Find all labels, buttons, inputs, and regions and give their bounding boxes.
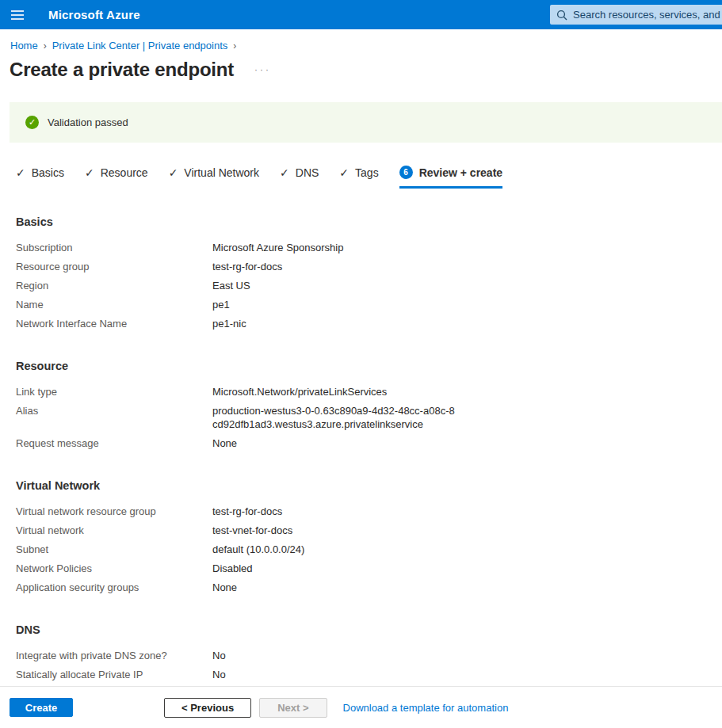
field-value: pe1-nic: [212, 317, 246, 330]
section-dns: DNSIntegrate with private DNS zone?NoSta…: [16, 623, 722, 684]
page-header: Create a private endpoint ···: [10, 59, 722, 81]
create-button[interactable]: Create: [10, 698, 73, 717]
checkmark-icon: ✓: [16, 166, 25, 179]
field-label: Name: [16, 298, 212, 311]
section-basics: BasicsSubscriptionMicrosoft Azure Sponso…: [16, 215, 722, 333]
hamburger-menu-icon[interactable]: [0, 0, 35, 29]
field-value: Microsoft.Network/privateLinkServices: [212, 385, 387, 398]
app-title: Microsoft Azure: [48, 8, 140, 21]
field-row-network-interface-name: Network Interface Namepe1-nic: [16, 314, 722, 333]
field-row-subscription: SubscriptionMicrosoft Azure Sponsorship: [16, 238, 722, 257]
field-row-statically-allocate-private-ip: Statically allocate Private IPNo: [16, 665, 722, 684]
tab-label: DNS: [296, 166, 319, 179]
field-row-virtual-network: Virtual networktest-vnet-for-docs: [16, 520, 722, 539]
field-value: test-rg-for-docs: [212, 505, 282, 518]
page-title: Create a private endpoint: [10, 59, 234, 81]
next-button: Next >: [259, 698, 327, 718]
field-value: None: [212, 436, 237, 450]
tab-label: Resource: [101, 166, 148, 179]
breadcrumb-separator: ›: [233, 40, 236, 51]
validation-message: Validation passed: [48, 116, 128, 128]
field-label: Subscription: [16, 241, 212, 254]
field-label: Statically allocate Private IP: [16, 668, 212, 681]
field-value: default (10.0.0.0/24): [212, 543, 304, 556]
global-search[interactable]: [550, 5, 722, 25]
field-row-region: RegionEast US: [16, 276, 722, 295]
section-title: Resource: [16, 360, 722, 372]
field-value: East US: [212, 279, 250, 292]
tab-label: Review + create: [419, 166, 502, 179]
check-circle-icon: ✓: [25, 116, 39, 129]
previous-button[interactable]: < Previous: [164, 698, 251, 718]
field-label: Request message: [16, 436, 212, 450]
field-label: Network Policies: [16, 562, 212, 575]
topbar: Microsoft Azure: [0, 0, 722, 29]
field-value: No: [212, 649, 226, 662]
section-resource: ResourceLink typeMicrosoft.Network/priva…: [16, 360, 722, 452]
field-value: None: [212, 581, 237, 594]
field-value: Microsoft Azure Sponsorship: [212, 241, 343, 254]
download-template-link[interactable]: Download a template for automation: [343, 702, 509, 714]
tab-review-create[interactable]: 6Review + create: [399, 166, 502, 189]
section-title: DNS: [16, 623, 722, 636]
section-title: Virtual Network: [16, 479, 722, 492]
breadcrumb-link-home[interactable]: Home: [10, 40, 38, 51]
field-label: Resource group: [16, 260, 212, 273]
tab-dns[interactable]: ✓DNS: [280, 166, 319, 189]
checkmark-icon: ✓: [169, 166, 178, 179]
field-value: production-westus3-0-0.63c890a9-4d32-48c…: [212, 404, 455, 431]
field-label: Virtual network resource group: [16, 505, 212, 518]
tab-virtual-network[interactable]: ✓Virtual Network: [169, 166, 259, 189]
tab-resource[interactable]: ✓Resource: [85, 166, 148, 189]
field-label: Integrate with private DNS zone?: [16, 649, 212, 662]
tab-basics[interactable]: ✓Basics: [16, 166, 64, 189]
field-value: Disabled: [212, 562, 253, 575]
section-virtual-network: Virtual NetworkVirtual network resource …: [16, 479, 722, 597]
checkmark-icon: ✓: [85, 166, 94, 179]
field-label: Region: [16, 279, 212, 292]
field-value: No: [212, 668, 226, 681]
footer: Create < Previous Next > Download a temp…: [0, 686, 722, 728]
field-row-request-message: Request messageNone: [16, 433, 722, 452]
tab-label: Basics: [32, 166, 64, 179]
field-label: Alias: [16, 404, 212, 431]
checkmark-icon: ✓: [339, 166, 349, 179]
field-label: Application security groups: [16, 581, 212, 594]
section-title: Basics: [16, 215, 722, 228]
field-label: Virtual network: [16, 524, 212, 537]
more-options-icon[interactable]: ···: [254, 64, 271, 75]
field-label: Link type: [16, 385, 212, 398]
field-row-virtual-network-resource-group: Virtual network resource grouptest-rg-fo…: [16, 501, 722, 520]
breadcrumb-separator: ›: [44, 40, 47, 51]
field-row-alias: Aliasproduction-westus3-0-0.63c890a9-4d3…: [16, 401, 722, 433]
field-row-application-security-groups: Application security groupsNone: [16, 577, 722, 597]
search-icon: [556, 10, 567, 21]
field-row-resource-group: Resource grouptest-rg-for-docs: [16, 257, 722, 276]
field-row-name: Namepe1: [16, 295, 722, 314]
field-label: Network Interface Name: [16, 317, 212, 330]
field-row-integrate-with-private-dns-zone: Integrate with private DNS zone?No: [16, 646, 722, 665]
step-number-badge: 6: [399, 166, 413, 179]
breadcrumb-link-private-link-center-private-endpoints[interactable]: Private Link Center | Private endpoints: [52, 40, 228, 51]
tab-bar: ✓Basics✓Resource✓Virtual Network✓DNS✓Tag…: [16, 166, 722, 189]
field-label: Subnet: [16, 543, 212, 556]
field-value: pe1: [212, 298, 230, 311]
field-row-subnet: Subnetdefault (10.0.0.0/24): [16, 539, 722, 558]
breadcrumb: Home›Private Link Center | Private endpo…: [10, 40, 722, 51]
checkmark-icon: ✓: [280, 166, 289, 179]
field-row-link-type: Link typeMicrosoft.Network/privateLinkSe…: [16, 382, 722, 401]
field-row-network-policies: Network PoliciesDisabled: [16, 558, 722, 577]
field-value: test-vnet-for-docs: [212, 524, 292, 537]
search-input[interactable]: [573, 9, 722, 21]
field-value: test-rg-for-docs: [212, 260, 282, 273]
tab-label: Tags: [355, 166, 379, 179]
review-sections: BasicsSubscriptionMicrosoft Azure Sponso…: [16, 215, 722, 684]
tab-label: Virtual Network: [184, 166, 259, 179]
tab-tags[interactable]: ✓Tags: [339, 166, 378, 189]
validation-banner: ✓ Validation passed: [10, 102, 722, 143]
